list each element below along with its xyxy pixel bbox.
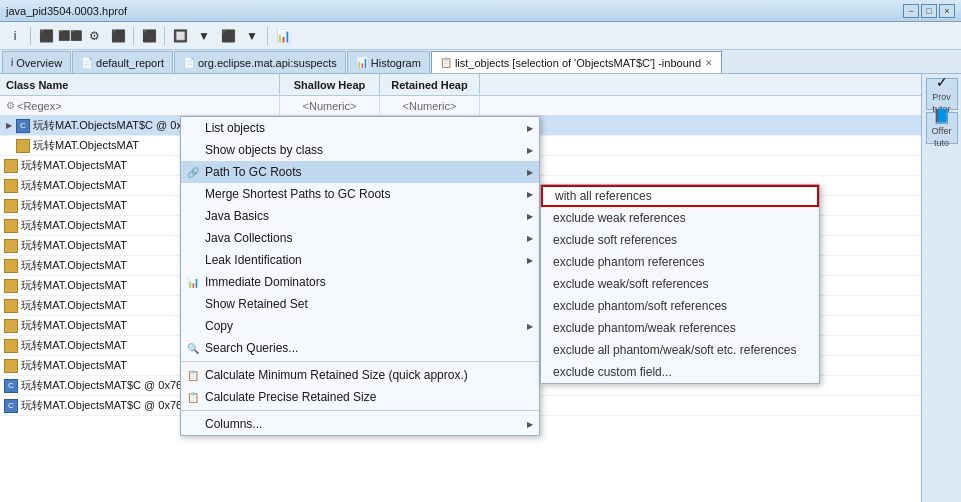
tab-list-label: list_objects [selection of 'ObjectsMAT$C… [455, 57, 701, 69]
row-icon [4, 279, 18, 293]
row-icon [4, 339, 18, 353]
tab-histogram[interactable]: 📊 Histogram [347, 51, 430, 73]
tab-overview[interactable]: i Overview [2, 51, 71, 73]
menu-show-retained[interactable]: Show Retained Set [181, 293, 539, 315]
report-icon: 📄 [81, 57, 93, 68]
toolbar-separator-3 [164, 27, 165, 45]
toolbar-btn-1[interactable]: ⬛ [35, 25, 57, 47]
main-area: Class Name Shallow Heap Retained Heap ⚙ … [0, 74, 961, 502]
toolbar-btn-6[interactable]: 🔲 [169, 25, 191, 47]
tab-suspects-label: org.eclipse.mat.api:suspects [198, 57, 337, 69]
col-header-class: Class Name [0, 74, 280, 95]
expand-icon[interactable]: ▶ [4, 121, 14, 131]
search-icon: 🔍 [185, 340, 201, 356]
row-icon [16, 139, 30, 153]
menu-java-basics[interactable]: Java Basics [181, 205, 539, 227]
right-panel-btn-1[interactable]: ✓ Prov tutor [926, 78, 958, 110]
tab-close-icon[interactable]: ✕ [705, 58, 713, 68]
row-icon [4, 199, 18, 213]
tab-histogram-label: Histogram [371, 57, 421, 69]
menu-leak-identification[interactable]: Leak Identification [181, 249, 539, 271]
submenu-exclude-soft[interactable]: exclude soft references [541, 229, 819, 251]
minimize-button[interactable]: − [903, 4, 919, 18]
submenu-exclude-custom[interactable]: exclude custom field... [541, 361, 819, 383]
table-area: Class Name Shallow Heap Retained Heap ⚙ … [0, 74, 921, 502]
tab-report-label: default_report [96, 57, 164, 69]
row-icon: C [4, 379, 18, 393]
row-icon [4, 359, 18, 373]
column-headers: Class Name Shallow Heap Retained Heap [0, 74, 921, 96]
menu-java-collections[interactable]: Java Collections [181, 227, 539, 249]
menu-show-by-class[interactable]: Show objects by class [181, 139, 539, 161]
toolbar-btn-7[interactable]: ▼ [193, 25, 215, 47]
submenu-exclude-phantom-weak[interactable]: exclude phantom/weak references [541, 317, 819, 339]
tab-default-report[interactable]: 📄 default_report [72, 51, 173, 73]
toolbar-separator-2 [133, 27, 134, 45]
list-icon: 📋 [440, 57, 452, 68]
filter-shallow[interactable]: <Numeric> [280, 96, 380, 115]
toolbar-btn-5[interactable]: ⬛ [138, 25, 160, 47]
menu-immediate-dominators[interactable]: 📊 Immediate Dominators [181, 271, 539, 293]
menu-separator-2 [181, 410, 539, 411]
dominators-icon: 📊 [185, 274, 201, 290]
window-controls: − □ × [903, 4, 955, 18]
toolbar-btn-9[interactable]: ▼ [241, 25, 263, 47]
menu-calc-min[interactable]: 📋 Calculate Minimum Retained Size (quick… [181, 364, 539, 386]
col-header-shallow: Shallow Heap [280, 74, 380, 95]
calc-precise-icon: 📋 [185, 389, 201, 405]
window-title: java_pid3504.0003.hprof [6, 5, 903, 17]
menu-calc-precise[interactable]: 📋 Calculate Precise Retained Size [181, 386, 539, 408]
row-icon: C [4, 399, 18, 413]
submenu-gc-roots: with all references exclude weak referen… [540, 184, 820, 384]
row-icon [4, 259, 18, 273]
overview-icon: i [11, 57, 13, 68]
submenu-exclude-all[interactable]: exclude all phantom/weak/soft etc. refer… [541, 339, 819, 361]
row-icon [4, 319, 18, 333]
menu-copy[interactable]: Copy [181, 315, 539, 337]
histogram-icon: 📊 [356, 57, 368, 68]
tab-overview-label: Overview [16, 57, 62, 69]
toolbar-separator-1 [30, 27, 31, 45]
right-panel: ✓ Prov tutor 📘 Offer tuto [921, 74, 961, 502]
maximize-button[interactable]: □ [921, 4, 937, 18]
right-panel-icon-2: 📘 [933, 108, 950, 124]
toolbar-btn-2[interactable]: ⬛⬛ [59, 25, 81, 47]
menu-columns[interactable]: Columns... [181, 413, 539, 435]
submenu-exclude-phantom[interactable]: exclude phantom references [541, 251, 819, 273]
submenu-exclude-weak-soft[interactable]: exclude weak/soft references [541, 273, 819, 295]
close-button[interactable]: × [939, 4, 955, 18]
col-header-retained: Retained Heap [380, 74, 480, 95]
main-toolbar: i ⬛ ⬛⬛ ⚙ ⬛ ⬛ 🔲 ▼ ⬛ ▼ 📊 [0, 22, 961, 50]
filter-class[interactable]: ⚙ <Regex> [0, 96, 280, 115]
menu-list-objects[interactable]: List objects [181, 117, 539, 139]
suspects-icon: 📄 [183, 57, 195, 68]
context-menu: List objects Show objects by class 🔗 Pat… [180, 116, 540, 436]
submenu-all-references[interactable]: with all references [541, 185, 819, 207]
toolbar-btn-4[interactable]: ⬛ [107, 25, 129, 47]
toolbar-chart[interactable]: 📊 [272, 25, 294, 47]
menu-separator-1 [181, 361, 539, 362]
menu-path-to-gc[interactable]: 🔗 Path To GC Roots [181, 161, 539, 183]
toolbar-info[interactable]: i [4, 25, 26, 47]
toolbar-btn-8[interactable]: ⬛ [217, 25, 239, 47]
filter-row: ⚙ <Regex> <Numeric> <Numeric> [0, 96, 921, 116]
row-icon [4, 159, 18, 173]
tab-suspects[interactable]: 📄 org.eclipse.mat.api:suspects [174, 51, 346, 73]
row-icon [4, 179, 18, 193]
row-icon: C [16, 119, 30, 133]
path-gc-icon: 🔗 [185, 164, 201, 180]
toolbar-separator-4 [267, 27, 268, 45]
submenu-exclude-weak[interactable]: exclude weak references [541, 207, 819, 229]
expand-icon [4, 141, 14, 151]
menu-merge-shortest[interactable]: Merge Shortest Paths to GC Roots [181, 183, 539, 205]
toolbar-btn-3[interactable]: ⚙ [83, 25, 105, 47]
menu-search-queries[interactable]: 🔍 Search Queries... [181, 337, 539, 359]
filter-retained[interactable]: <Numeric> [380, 96, 480, 115]
right-panel-btn-2[interactable]: 📘 Offer tuto [926, 112, 958, 144]
tab-list-objects[interactable]: 📋 list_objects [selection of 'ObjectsMAT… [431, 51, 722, 73]
row-icon [4, 239, 18, 253]
calc-min-icon: 📋 [185, 367, 201, 383]
row-icon [4, 219, 18, 233]
row-icon [4, 299, 18, 313]
submenu-exclude-phantom-soft[interactable]: exclude phantom/soft references [541, 295, 819, 317]
